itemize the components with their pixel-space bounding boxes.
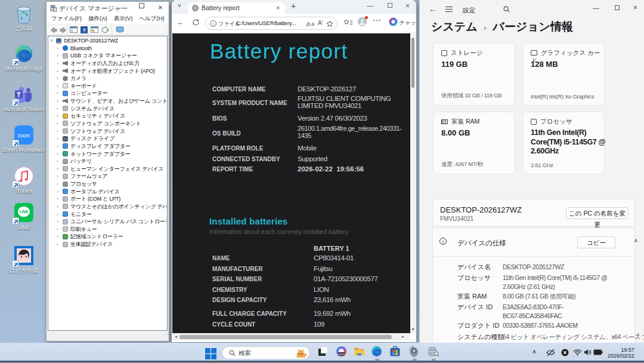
svg-text:LINE: LINE: [20, 210, 29, 214]
svg-text:?: ?: [82, 27, 86, 33]
svg-text:M365: M365: [338, 353, 345, 356]
svg-text:zoom: zoom: [18, 133, 30, 139]
